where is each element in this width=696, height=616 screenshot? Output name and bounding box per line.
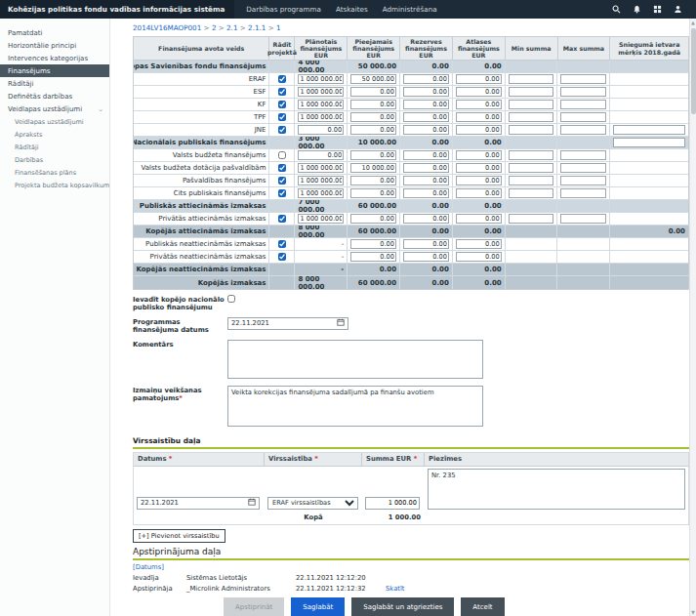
- virssaistiba-amount-input[interactable]: [365, 497, 420, 510]
- fin-amount-input[interactable]: [298, 214, 344, 224]
- fin-amount-input[interactable]: [509, 176, 554, 185]
- scrollbar-thumb[interactable]: [691, 28, 696, 114]
- saglabat-button[interactable]: Saglabāt: [291, 597, 345, 616]
- fin-amount-input[interactable]: [560, 163, 606, 173]
- fin-amount-input[interactable]: [509, 87, 554, 97]
- atcelt-button[interactable]: Atcelt: [461, 597, 504, 616]
- fin-amount-input[interactable]: [560, 100, 606, 109]
- fin-amount-input[interactable]: [403, 74, 449, 84]
- show-in-project-checkbox[interactable]: [278, 75, 286, 83]
- fin-amount-input[interactable]: [403, 100, 449, 109]
- fin-amount-input[interactable]: [456, 125, 502, 135]
- fin-amount-input[interactable]: [403, 239, 449, 249]
- fin-amount-input[interactable]: [456, 163, 502, 173]
- fin-amount-input[interactable]: [509, 125, 554, 135]
- fin-amount-input[interactable]: [560, 176, 606, 185]
- fin-amount-input[interactable]: [456, 100, 502, 109]
- show-in-project-checkbox[interactable]: [278, 240, 286, 248]
- show-in-project-checkbox[interactable]: [278, 189, 286, 197]
- breadcrumb-link-1[interactable]: 1: [276, 23, 281, 32]
- nav-item-administresana[interactable]: Administrēšana: [383, 5, 437, 14]
- fin-amount-input[interactable]: [350, 150, 396, 160]
- bell-icon[interactable]: [633, 5, 641, 14]
- fin-amount-input[interactable]: [350, 87, 396, 97]
- show-in-project-checkbox[interactable]: [278, 126, 286, 134]
- fin-amount-input[interactable]: [298, 176, 344, 185]
- fin-amount-input[interactable]: [403, 188, 449, 198]
- fin-amount-input[interactable]: [298, 163, 344, 173]
- show-in-project-checkbox[interactable]: [278, 151, 286, 159]
- show-in-project-checkbox[interactable]: [278, 253, 286, 261]
- fin-amount-input[interactable]: [456, 112, 502, 122]
- fin-amount-input[interactable]: [350, 125, 396, 135]
- skatit-link[interactable]: Skatīt: [386, 585, 405, 593]
- sidebar-item-apraksts[interactable]: Apraksts: [0, 128, 109, 141]
- sidebar-item-veidlapas-uzst-d-jumi[interactable]: Veidlapas uzstādījumi⌄: [0, 103, 109, 115]
- sidebar-item-projekta-bud-eta-kopsavilkums[interactable]: Projekta budžeta kopsavilkums: [0, 179, 109, 191]
- fin-amount-input[interactable]: [350, 188, 396, 198]
- sidebar-item-intervences-kategorijas[interactable]: Intervences kategorijas: [0, 52, 109, 64]
- sidebar-item-r-d-t-ji[interactable]: Rādītāji: [0, 141, 109, 153]
- fin-amount-input[interactable]: [350, 252, 396, 262]
- fin-amount-input[interactable]: [350, 74, 396, 84]
- fin-amount-input[interactable]: [509, 163, 554, 173]
- user-icon[interactable]: [674, 5, 682, 14]
- fin-amount-input[interactable]: [298, 100, 344, 109]
- fin-amount-input[interactable]: [509, 188, 554, 198]
- fin-amount-input[interactable]: [350, 112, 396, 122]
- fin-amount-input[interactable]: [456, 74, 502, 84]
- show-in-project-checkbox[interactable]: [278, 177, 286, 185]
- sidebar-item-r-d-t-ji[interactable]: Rādītāji: [0, 77, 109, 90]
- fin-amount-input[interactable]: [456, 239, 502, 249]
- fin-amount-input[interactable]: [403, 125, 449, 135]
- show-in-project-checkbox[interactable]: [278, 215, 286, 223]
- fin-amount-input[interactable]: [350, 176, 396, 185]
- sidebar-item-horizont-lie-principi[interactable]: Horizontālie principi: [0, 39, 109, 52]
- scroll-up-icon[interactable]: ▲: [691, 19, 695, 26]
- fin-amount-input[interactable]: [298, 87, 344, 97]
- fin-amount-input[interactable]: [403, 252, 449, 262]
- fin-amount-input[interactable]: [456, 176, 502, 185]
- fin-amount-input[interactable]: [560, 125, 606, 135]
- nav-item-atskaites[interactable]: Atskaites: [336, 5, 368, 14]
- fin-amount-input[interactable]: [350, 239, 396, 249]
- fin-amount-input[interactable]: [560, 112, 606, 122]
- fin-amount-input[interactable]: [403, 112, 449, 122]
- search-icon[interactable]: [612, 5, 621, 14]
- fin-amount-input[interactable]: [560, 150, 606, 160]
- sidebar-item-finans-jums[interactable]: Finansējums: [0, 64, 109, 77]
- fin-amount-input[interactable]: [509, 112, 554, 122]
- fin-amount-input[interactable]: [403, 163, 449, 173]
- apps-grid-icon[interactable]: [653, 5, 662, 14]
- fin-amount-input[interactable]: [350, 100, 396, 109]
- fin-amount-input[interactable]: [456, 214, 502, 224]
- show-in-project-checkbox[interactable]: [278, 101, 286, 108]
- calendar-icon[interactable]: [337, 318, 345, 328]
- national-financing-checkbox[interactable]: [227, 295, 235, 303]
- fin-amount-input[interactable]: [509, 100, 554, 109]
- sidebar-item-veidlapas-uzst-d-jumi[interactable]: Veidlapas uzstādījumi: [0, 115, 109, 128]
- fin-amount-input[interactable]: [350, 214, 396, 224]
- fin-amount-input[interactable]: [403, 176, 449, 185]
- nav-item-darbibas-programma[interactable]: Darbības programma: [246, 5, 321, 14]
- fin-amount-input[interactable]: [350, 163, 396, 173]
- fin-amount-input[interactable]: [509, 214, 554, 224]
- fin-amount-input[interactable]: [456, 188, 502, 198]
- fin-amount-input[interactable]: [560, 214, 606, 224]
- fin-amount-input[interactable]: [456, 87, 502, 97]
- sidebar-item-darb-bas[interactable]: Darbības: [0, 153, 109, 166]
- apstiprinat-button[interactable]: Apstiprināt: [224, 597, 284, 616]
- fin-amount-input[interactable]: [298, 125, 344, 135]
- fin-amount-input[interactable]: [403, 87, 449, 97]
- fin-amount-input[interactable]: [456, 252, 502, 262]
- breadcrumb-link-2014lv16maop001[interactable]: 2014LV16MAOP001: [133, 23, 201, 32]
- change-reason-textarea[interactable]: Veikta korekcijas finansējuma sadalījumā…: [227, 386, 483, 427]
- sidebar-item-finans-anas-pl-ns[interactable]: Finansēšanas plāns: [0, 166, 109, 179]
- show-in-project-checkbox[interactable]: [278, 113, 286, 121]
- fin-amount-input[interactable]: [509, 150, 554, 160]
- show-in-project-checkbox[interactable]: [278, 164, 286, 172]
- fin-amount-input[interactable]: [298, 150, 344, 160]
- fin-amount-input[interactable]: [509, 74, 554, 84]
- fin-amount-input[interactable]: [403, 150, 449, 160]
- program-date-input[interactable]: 22.11.2021: [227, 317, 348, 330]
